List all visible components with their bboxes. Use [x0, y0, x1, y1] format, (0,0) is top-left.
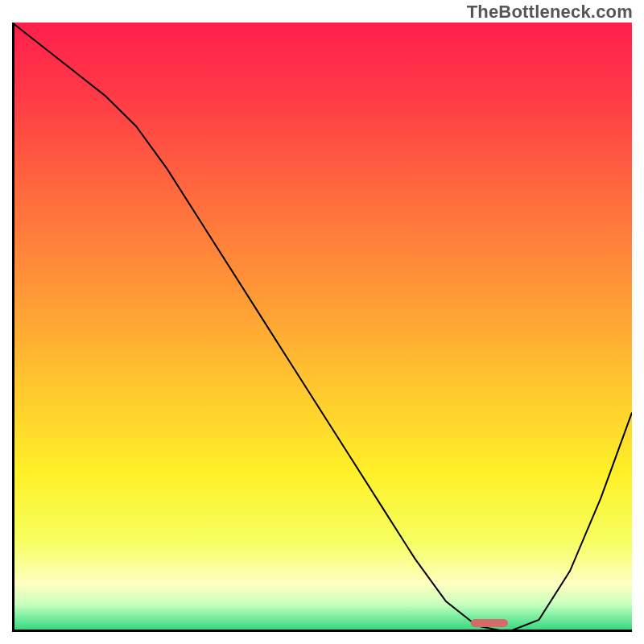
axes-frame	[12, 23, 632, 632]
watermark-text: TheBottleneck.com	[467, 2, 633, 23]
